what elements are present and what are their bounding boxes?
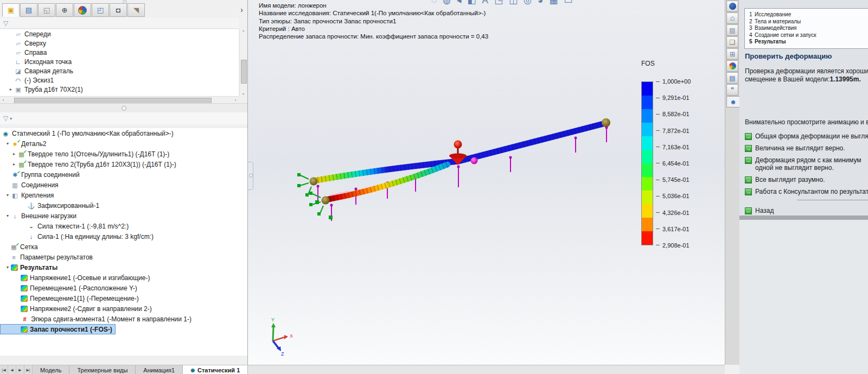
legend-tick xyxy=(656,245,660,245)
advisor-option-link[interactable]: → Общая форма деформации не выглядит ве xyxy=(745,132,868,140)
task-pane-tab[interactable] xyxy=(726,1,738,12)
study-tree-item[interactable]: ▸ Твердое тело 1(Отсечь/Удлинить1) (-Д16… xyxy=(0,149,173,159)
tree-item[interactable]: Исходная точка xyxy=(0,57,75,66)
study-tree-item[interactable]: Сетка xyxy=(0,242,41,252)
expander-icon[interactable]: ▾ xyxy=(4,265,11,270)
task-pane-tab[interactable] xyxy=(726,12,738,24)
tree-item[interactable]: Справа xyxy=(0,48,50,57)
next-tab-button[interactable]: ▶ xyxy=(16,365,24,374)
task-pane-tab[interactable] xyxy=(726,24,738,36)
study-tree-item[interactable]: Параметры результатов xyxy=(0,252,96,262)
task-pane-tab[interactable] xyxy=(726,36,738,48)
study-tree-item[interactable]: Сила тяжести-1 (:-9,81 m/s^2:) xyxy=(0,221,132,231)
tree-splitter[interactable] xyxy=(0,103,247,113)
prev-tab-button[interactable]: ◀ xyxy=(8,365,16,374)
study-tree-item[interactable]: Эпюра сдвига-момента1 (-Момент в направл… xyxy=(0,314,195,324)
tree-item[interactable]: Сварная деталь xyxy=(0,66,76,75)
study-tree-item[interactable]: Напряжение2 (-Сдвиг в направлении 2-) xyxy=(0,303,155,314)
advisor-option-link[interactable]: → Все выглядит разумно. xyxy=(745,176,868,183)
study-tree-item[interactable]: Перемещение1{1} (-Перемещение-) xyxy=(0,293,142,303)
study-tree-item[interactable]: ▾ Деталь2 xyxy=(0,138,49,149)
feature-manager-tab[interactable] xyxy=(127,3,145,17)
study-tree-item[interactable]: Сила-1 (:На единицу длины: 3 kgf/cm:) xyxy=(0,231,157,242)
document-tab-label: Модель xyxy=(40,367,61,373)
expander-icon[interactable]: ▸ xyxy=(8,87,14,92)
part-body-icon xyxy=(14,86,22,93)
study-tree-item[interactable]: Соединения xyxy=(0,180,62,190)
option-arrow-icon: → xyxy=(745,133,752,140)
feature-manager-tab[interactable] xyxy=(92,3,109,17)
study-tree-item[interactable]: Зафиксированный-1 xyxy=(0,200,103,211)
advisor-paragraph: Проверка деформации является хорошим пер… xyxy=(745,67,868,84)
task-pane-tab[interactable] xyxy=(726,84,738,96)
task-pane-tab[interactable] xyxy=(726,96,739,107)
option-label: Величина не выглядит верно. xyxy=(755,144,845,152)
graphics-viewport[interactable]: ◌ ◍ ◂ ◧ A ◳ ◫ ◎ ◕ ▦ ▭ Имя xyxy=(248,0,725,365)
task-pane-tab[interactable] xyxy=(726,48,738,60)
advisor-step-label: Исследование xyxy=(755,11,791,18)
study-tree-item[interactable]: ▾ Крепления xyxy=(0,190,57,200)
tree-item-label: Сварная деталь xyxy=(24,67,73,75)
vscroll-thumb[interactable] xyxy=(241,60,247,84)
triad-z-label: Z xyxy=(281,351,284,357)
study-tree-item[interactable]: Напряжение1 (-Осевые и изгибающие-) xyxy=(0,272,153,283)
task-pane-tab[interactable] xyxy=(726,60,738,72)
tree-item[interactable]: Сверху xyxy=(0,39,49,48)
feature-manager-tab[interactable] xyxy=(74,3,91,17)
study-tree-item[interactable]: ▸ Твердое тело 2(Труба д16т 120Х3(1)) (-… xyxy=(0,159,180,169)
advisor-option-link[interactable]: → Деформация рядом с как минимум одной н… xyxy=(745,156,868,172)
feature-tree-vscrollbar[interactable]: ⌃ ⌄ xyxy=(239,29,247,96)
study-tree-item[interactable]: ▾ Результаты xyxy=(0,262,61,272)
study-item-label: Внешние нагрузки xyxy=(21,212,76,220)
first-tab-button[interactable]: |◀ xyxy=(0,365,8,374)
advisor-step[interactable]: 5 Результаты xyxy=(749,39,868,46)
study-item-label: Сила-1 (:На единицу длины: 3 kgf/cm:) xyxy=(37,233,154,240)
feature-manager-tab[interactable] xyxy=(56,3,73,17)
option-arrow-icon: → xyxy=(745,176,752,183)
annotation-line: Критерий : Авто xyxy=(259,25,488,33)
advisor-step[interactable]: 2 Тела и материалы xyxy=(749,18,868,26)
filter-dropdown-icon[interactable]: ▾ xyxy=(10,116,12,121)
expander-icon[interactable]: ▾ xyxy=(4,193,11,198)
study-tree-item[interactable]: Группа соединений xyxy=(0,169,83,180)
task-pane-tab[interactable] xyxy=(726,72,738,84)
tree-item[interactable]: (-) Эскиз1 xyxy=(0,75,57,85)
filter-icon[interactable] xyxy=(3,20,8,27)
document-tab[interactable]: Статический 1 xyxy=(183,365,248,374)
expander-icon[interactable]: ▸ xyxy=(11,151,17,156)
scroll-up-icon[interactable]: ⌃ xyxy=(240,29,247,35)
advisor-step[interactable]: 4 Создание сетки и запуск xyxy=(749,32,868,39)
legend-labels: 1,000e+00 9,291e-01 8,582e-01 7,872e-01 xyxy=(656,81,691,245)
tree-item[interactable]: ▸ Труба д16т 70Х2(1) xyxy=(0,85,86,94)
feature-tree-hscrollbar[interactable]: ‹ › xyxy=(0,96,239,104)
expander-icon[interactable]: ▾ xyxy=(4,141,11,146)
document-tab[interactable]: Трехмерные виды xyxy=(69,365,136,374)
feature-manager-tab[interactable] xyxy=(110,3,127,17)
scroll-down-icon[interactable]: ⌄ xyxy=(240,90,247,96)
last-tab-button[interactable]: ▶| xyxy=(24,365,33,374)
study-tree-item[interactable]: Перемещение1 (-Расположение Y-) xyxy=(0,283,141,293)
expander-icon[interactable]: ▸ xyxy=(11,162,17,167)
view-palette-icon xyxy=(730,51,735,58)
document-tab[interactable]: Анимация1 xyxy=(136,365,183,374)
advisor-step[interactable]: 3 Взаимодействия xyxy=(749,25,868,32)
tree-item-label: Справа xyxy=(24,49,47,56)
expander-icon[interactable]: ▾ xyxy=(4,213,11,218)
panel-expand-arrow[interactable]: › xyxy=(240,5,243,14)
document-tab[interactable]: Модель xyxy=(33,365,69,374)
feature-manager-tab[interactable] xyxy=(38,3,55,17)
displacement-value: 1.13995m. xyxy=(829,75,860,83)
advisor-option-link[interactable]: → Величина не выглядит верно. xyxy=(745,144,868,152)
study-filter-icon[interactable] xyxy=(3,115,8,122)
advisor-step-label: Тела и материалы xyxy=(755,18,801,26)
advisor-step[interactable]: 1 Исследование xyxy=(749,11,868,18)
feature-manager-tab[interactable] xyxy=(20,3,37,17)
study-tree-item[interactable]: Запас прочности1 (-FOS-) xyxy=(0,324,116,334)
feature-manager-tab[interactable] xyxy=(2,3,20,17)
advisor-option-link[interactable]: → Работа с Консультантом по результатам … xyxy=(745,188,868,195)
advisor-back-link[interactable]: ← Назад xyxy=(745,207,774,214)
tree-item[interactable]: Спереди xyxy=(0,29,54,39)
study-tree-item[interactable]: ▾ Внешние нагрузки xyxy=(0,211,80,221)
study-tree-item[interactable]: Статический 1 (-По умолчанию<Как обработ… xyxy=(0,128,177,138)
study-item-label: Напряжение1 (-Осевые и изгибающие-) xyxy=(30,274,150,282)
